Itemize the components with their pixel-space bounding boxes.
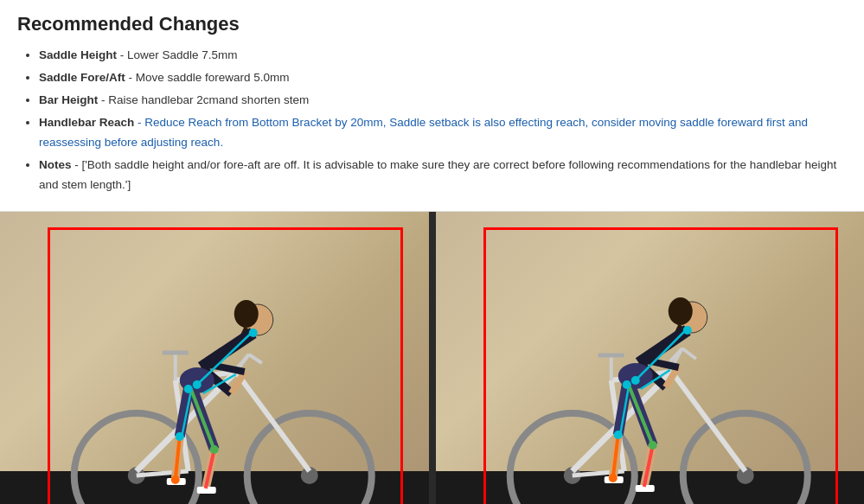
svg-point-39 (193, 380, 202, 389)
svg-line-10 (249, 354, 262, 363)
list-item-notes: Notes - ['Both saddle height and/or fore… (39, 156, 847, 195)
svg-point-79 (682, 326, 691, 335)
svg-line-51 (682, 348, 695, 359)
svg-point-78 (648, 441, 656, 450)
list-item-saddle-height: Saddle Height - Lower Saddle 7.5mm (39, 46, 847, 66)
bar-height-label: Bar Height (39, 93, 98, 106)
recommendations-section: Recommended Changes Saddle Height - Lowe… (0, 0, 864, 212)
recommendations-list: Saddle Height - Lower Saddle 7.5mm Saddl… (17, 46, 847, 195)
list-item-bar-height: Bar Height - Raise handlebar 2cmand shor… (39, 91, 847, 111)
left-bike-image (0, 212, 429, 504)
notes-label: Notes (39, 158, 72, 171)
svg-point-15 (234, 300, 259, 328)
svg-point-43 (682, 413, 807, 504)
svg-line-11 (238, 354, 249, 367)
images-section (0, 212, 864, 504)
list-item-handlebar-reach: Handlebar Reach - Reduce Reach from Bott… (39, 113, 847, 153)
right-bike-image (436, 212, 865, 504)
svg-point-80 (630, 376, 639, 385)
svg-point-2 (247, 413, 372, 504)
list-item-saddle-foreaft: Saddle Fore/Aft - Move saddle foreward 5… (39, 68, 847, 88)
left-image-container (0, 212, 429, 504)
handlebar-reach-text: - Reduce Reach from Bottom Bracket by 20… (39, 116, 808, 149)
svg-point-34 (184, 385, 193, 393)
saddle-foreaft-text: - Move saddle foreward 5.0mm (125, 71, 290, 84)
saddle-height-label: Saddle Height (39, 48, 117, 61)
saddle-foreaft-label: Saddle Fore/Aft (39, 71, 125, 84)
svg-point-35 (176, 432, 184, 441)
svg-point-76 (613, 431, 622, 439)
svg-point-37 (210, 445, 219, 454)
svg-point-75 (622, 380, 630, 389)
svg-point-36 (171, 475, 180, 484)
svg-point-56 (668, 297, 692, 325)
bar-height-text: - Raise handlebar 2cm (98, 93, 219, 106)
right-image-container (429, 212, 865, 504)
recommendations-title: Recommended Changes (17, 13, 847, 35)
right-rider-svg (436, 220, 865, 504)
svg-point-77 (608, 474, 617, 482)
svg-point-38 (249, 329, 258, 337)
bar-height-text2: and shorten stem (219, 93, 309, 106)
saddle-height-text: - Lower Saddle 7.5mm (117, 48, 238, 61)
notes-text: - ['Both saddle height and/or fore-aft a… (39, 158, 836, 191)
handlebar-reach-label: Handlebar Reach (39, 116, 134, 129)
left-rider-svg (0, 220, 429, 504)
